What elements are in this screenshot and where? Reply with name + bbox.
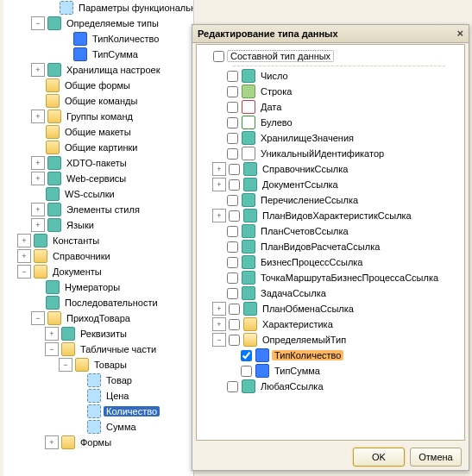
type-checkbox[interactable] (227, 381, 238, 392)
type-checkbox[interactable] (229, 164, 240, 175)
type-checkbox[interactable] (229, 210, 240, 222)
tree-item[interactable]: Параметры функциональных опций (3, 0, 193, 16)
type-item[interactable]: +ПланВидовХарактеристикСсылка (198, 208, 463, 223)
collapse-icon[interactable]: − (31, 311, 45, 325)
type-item[interactable]: ТипКоличество (198, 348, 463, 363)
tree-item[interactable]: Общие картинки (3, 140, 193, 155)
type-item[interactable]: +Характеристика (198, 316, 463, 332)
composite-type-checkbox[interactable] (213, 51, 224, 62)
tree-item[interactable]: +Web-сервисы (3, 171, 193, 186)
type-checkbox[interactable] (227, 226, 238, 237)
tree-item[interactable]: −Определяемые типы (3, 16, 193, 31)
type-checkbox[interactable] (241, 366, 252, 377)
tree-item[interactable]: Товар (3, 373, 193, 388)
tree-item[interactable]: Сумма (3, 419, 193, 435)
tree-item[interactable]: −Товары (3, 357, 193, 373)
tree-item[interactable]: Количество (3, 404, 193, 419)
type-checkbox[interactable] (227, 288, 238, 299)
tree-item[interactable]: ТипСумма (3, 47, 193, 62)
expand-icon[interactable]: + (31, 63, 45, 77)
expand-icon[interactable]: + (31, 203, 45, 216)
tree-item[interactable]: ТипКоличество (3, 31, 193, 47)
expand-icon[interactable]: + (212, 317, 226, 331)
tree-item[interactable]: Общие формы (3, 78, 193, 93)
type-item[interactable]: Булево (198, 115, 463, 130)
type-item[interactable]: ХранилищеЗначения (198, 130, 463, 146)
tree-item[interactable]: WS-ссылки (3, 186, 193, 202)
expand-icon[interactable]: + (31, 156, 45, 170)
cancel-button[interactable]: Отмена (410, 448, 462, 467)
tree-item[interactable]: +Группы команд (3, 109, 193, 124)
expand-icon[interactable]: + (31, 172, 45, 185)
type-item[interactable]: ЛюбаяСсылка (198, 379, 463, 394)
type-item[interactable]: ПланВидовРасчетаСсылка (198, 239, 463, 254)
type-item[interactable]: ПеречислениеСсылка (198, 192, 463, 208)
collapse-icon[interactable]: − (17, 265, 31, 279)
expander-blank (72, 405, 85, 417)
type-item[interactable]: БизнесПроцессСсылка (198, 254, 463, 270)
ok-button[interactable]: OK (353, 448, 405, 467)
tree-item[interactable]: +XDTO-пакеты (3, 155, 193, 171)
expand-icon[interactable]: + (212, 178, 226, 191)
type-item[interactable]: ТочкаМаршрутаБизнесПроцессаСсылка (198, 270, 463, 285)
tree-item[interactable]: +Справочники (3, 248, 193, 264)
tree-item[interactable]: −Табличные части (3, 341, 193, 357)
type-checkbox[interactable] (229, 179, 240, 191)
type-checkbox[interactable] (227, 102, 238, 113)
type-checkbox[interactable] (229, 319, 240, 330)
type-checkbox[interactable] (227, 86, 238, 97)
type-checkbox[interactable] (227, 241, 238, 253)
type-tree[interactable]: ЧислоСтрокаДатаБулевоХранилищеЗначенияУн… (198, 68, 463, 394)
type-checkbox[interactable] (241, 350, 252, 361)
expand-icon[interactable]: + (45, 327, 59, 341)
type-checkbox[interactable] (229, 335, 240, 346)
expand-icon[interactable]: + (212, 162, 226, 176)
type-checkbox[interactable] (227, 71, 238, 82)
type-item[interactable]: Дата (198, 99, 463, 115)
collapse-icon[interactable]: − (45, 342, 59, 356)
node-icon (46, 78, 60, 92)
tree-item[interactable]: Цена (3, 388, 193, 404)
expand-icon[interactable]: + (212, 302, 226, 316)
close-icon[interactable]: × (456, 25, 463, 42)
type-item[interactable]: −ОпределяемыйТип (198, 332, 463, 348)
tree-item[interactable]: Нумераторы (3, 279, 193, 295)
type-checkbox[interactable] (227, 148, 238, 160)
tree-item[interactable]: +Элементы стиля (3, 202, 193, 217)
tree-item[interactable]: +Хранилища настроек (3, 62, 193, 78)
collapse-icon[interactable]: − (31, 16, 45, 30)
type-item[interactable]: Число (198, 68, 463, 84)
type-checkbox[interactable] (227, 117, 238, 128)
tree-item[interactable]: −ПриходТовара (3, 310, 193, 326)
type-item[interactable]: ПланСчетовСсылка (198, 223, 463, 239)
tree-item[interactable]: −Документы (3, 264, 193, 279)
expand-icon[interactable]: + (31, 218, 45, 232)
type-checkbox[interactable] (227, 272, 238, 284)
tree-item[interactable]: Общие команды (3, 93, 193, 109)
configuration-tree[interactable]: Параметры функциональных опций−Определяе… (3, 0, 194, 476)
type-checkbox[interactable] (227, 257, 238, 268)
expand-icon[interactable]: + (212, 209, 226, 222)
type-checkbox[interactable] (227, 133, 238, 144)
type-item[interactable]: +ПланОбменаСсылка (198, 301, 463, 316)
tree-item[interactable]: +Формы (3, 435, 193, 450)
type-item[interactable]: ЗадачаСсылка (198, 285, 463, 301)
expand-icon[interactable]: + (45, 435, 59, 449)
type-item[interactable]: +ДокументСсылка (198, 177, 463, 192)
tree-item[interactable]: +Языки (3, 217, 193, 233)
type-item[interactable]: ТипСумма (198, 363, 463, 379)
expand-icon[interactable]: + (31, 110, 45, 123)
collapse-icon[interactable]: − (212, 333, 226, 347)
collapse-icon[interactable]: − (59, 358, 72, 372)
tree-item[interactable]: +Константы (3, 233, 193, 248)
expand-icon[interactable]: + (17, 234, 31, 247)
expand-icon[interactable]: + (17, 249, 31, 263)
type-item[interactable]: УникальныйИдентификатор (198, 146, 463, 161)
type-item[interactable]: +СправочникСсылка (198, 161, 463, 177)
type-checkbox[interactable] (229, 304, 240, 315)
type-item[interactable]: Строка (198, 84, 463, 99)
tree-item[interactable]: +Реквизиты (3, 326, 193, 341)
tree-item[interactable]: Общие макеты (3, 124, 193, 140)
type-checkbox[interactable] (227, 195, 238, 206)
tree-item[interactable]: Последовательности (3, 295, 193, 310)
